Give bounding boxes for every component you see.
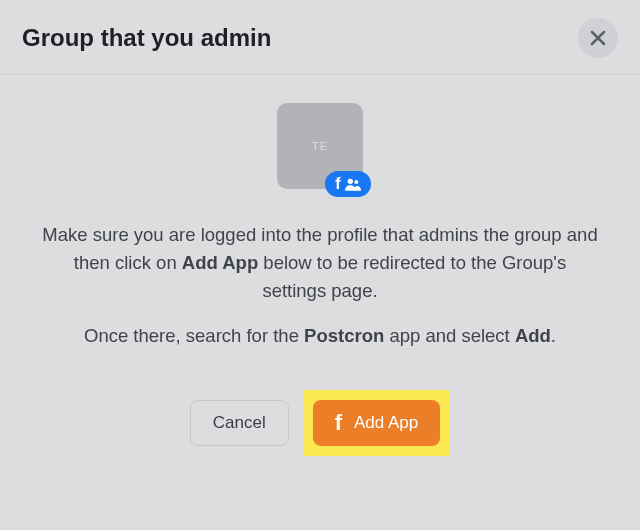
text-bold: Add App <box>182 252 258 273</box>
cancel-button[interactable]: Cancel <box>190 400 289 446</box>
instruction-text-1: Make sure you are logged into the profil… <box>40 221 600 304</box>
text-segment: app and select <box>384 325 515 346</box>
text-bold: Add <box>515 325 551 346</box>
svg-point-3 <box>354 180 358 184</box>
highlight-annotation: f Add App <box>303 390 451 456</box>
add-app-button[interactable]: f Add App <box>313 400 441 446</box>
modal-title: Group that you admin <box>22 24 271 52</box>
facebook-icon: f <box>335 412 342 434</box>
close-icon <box>588 28 608 48</box>
modal-dialog: Group that you admin TE f Make sure yo <box>0 0 640 530</box>
modal-header: Group that you admin <box>0 0 640 75</box>
facebook-icon: f <box>335 175 340 193</box>
add-app-button-label: Add App <box>354 413 418 433</box>
text-bold: Postcron <box>304 325 384 346</box>
text-segment: below to be redirected to the Group's se… <box>258 252 566 301</box>
text-segment: Once there, search for the <box>84 325 304 346</box>
facebook-group-badge: f <box>325 171 371 197</box>
group-avatar: TE f <box>277 103 363 189</box>
close-button[interactable] <box>578 18 618 58</box>
cancel-button-label: Cancel <box>213 413 266 433</box>
group-icon <box>345 177 361 191</box>
text-segment: . <box>551 325 556 346</box>
svg-point-2 <box>347 179 352 184</box>
button-row: Cancel f Add App <box>190 390 451 456</box>
instruction-text-2: Once there, search for the Postcron app … <box>84 322 556 350</box>
modal-body: TE f Make sure you are logged into the p… <box>0 75 640 530</box>
group-avatar-label: TE <box>312 140 328 152</box>
